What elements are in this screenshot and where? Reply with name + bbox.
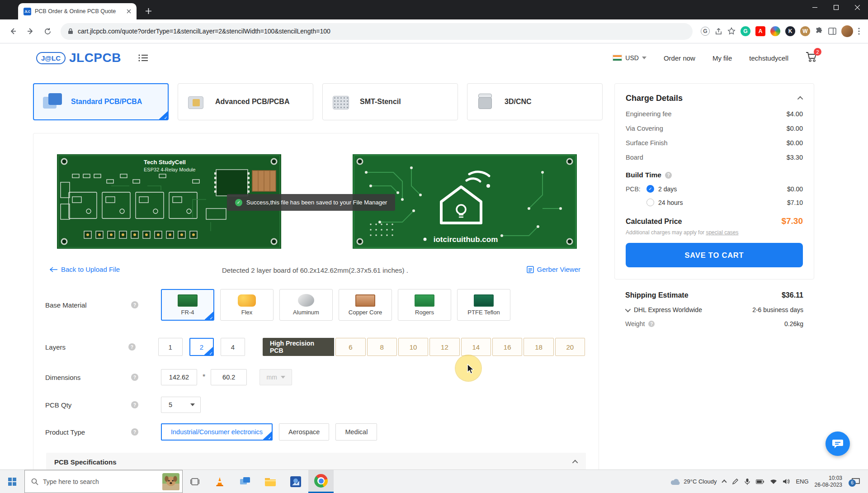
layers-option-4[interactable]: 4 — [221, 338, 245, 356]
task-view-button[interactable] — [183, 470, 207, 493]
layers-option-12[interactable]: 12 — [429, 338, 459, 356]
pcb-specifications-header[interactable]: PCB Specifications — [46, 453, 586, 469]
microphone-icon[interactable] — [745, 478, 750, 485]
tab-3d-cnc[interactable]: 3D/CNC — [467, 83, 603, 120]
search-highlight-dog-image[interactable] — [162, 473, 179, 490]
success-check-icon — [235, 199, 242, 206]
back-button[interactable] — [5, 24, 21, 39]
close-window-button[interactable] — [847, 0, 868, 15]
tab-standard-pcb[interactable]: Standard PCB/PCBA — [33, 83, 169, 120]
jlcpcb-logo[interactable]: J@LC JLCPCB — [36, 51, 121, 65]
layers-option-10[interactable]: 10 — [398, 338, 428, 356]
build-time-option-2days[interactable]: PCB: 2 days $0.00 — [626, 185, 803, 193]
maximize-button[interactable] — [826, 0, 847, 15]
pcb-qty-help-icon[interactable] — [131, 401, 138, 408]
taskbar-vlc[interactable] — [207, 470, 232, 493]
nav-order-now[interactable]: Order now — [664, 54, 695, 62]
share-icon[interactable] — [715, 28, 722, 35]
success-toast: Success,this file has been saved to your… — [227, 194, 395, 211]
back-to-upload-link[interactable]: Back to Upload File — [50, 265, 120, 273]
hidden-icons-chevron[interactable] — [722, 479, 727, 484]
build-time-option-24hours[interactable]: 24 hours $7.10 — [646, 199, 803, 206]
forward-button[interactable] — [23, 24, 38, 39]
dimension-width-input[interactable] — [161, 369, 197, 385]
dimension-unit-select[interactable]: mm — [259, 369, 292, 385]
layers-option-1[interactable]: 1 — [158, 338, 183, 356]
reload-button[interactable] — [40, 24, 55, 39]
material-rogers[interactable]: Rogers — [398, 289, 451, 321]
layers-option-8[interactable]: 8 — [367, 338, 397, 356]
weight-help-icon[interactable] — [648, 321, 655, 327]
side-panel-icon[interactable] — [828, 27, 836, 35]
browser-tab[interactable]: JLC PCB Order & Online PCB Quote — [18, 3, 137, 19]
product-type-medical[interactable]: Medical — [335, 423, 377, 441]
gerber-viewer-link[interactable]: Gerber Viewer — [527, 265, 580, 273]
layers-option-18[interactable]: 18 — [524, 338, 553, 356]
start-button[interactable] — [0, 470, 24, 493]
material-flex[interactable]: Flex — [220, 289, 274, 321]
gold-extension-icon[interactable]: W — [800, 26, 810, 36]
taskbar-app-windows[interactable] — [232, 470, 258, 493]
dimensions-help-icon[interactable] — [131, 374, 138, 381]
catalog-menu-icon[interactable] — [138, 54, 148, 62]
layers-help-icon[interactable] — [128, 343, 136, 351]
special-cases-link[interactable]: special cases — [706, 229, 738, 236]
action-center-button[interactable]: 6 — [848, 478, 863, 486]
pcb-qty-select[interactable]: 5 — [161, 397, 201, 413]
collapse-chevron-icon[interactable] — [797, 96, 803, 102]
radio-2days-selected[interactable] — [646, 185, 654, 193]
radio-24hours[interactable] — [646, 199, 654, 206]
selected-check-icon — [205, 311, 214, 320]
bookmark-star-icon[interactable] — [727, 27, 736, 35]
search-input[interactable] — [43, 478, 158, 485]
taskbar-app-blue-tile[interactable] — [283, 470, 308, 493]
volume-icon[interactable] — [783, 479, 790, 484]
taskbar-file-explorer[interactable] — [258, 470, 283, 493]
live-chat-button[interactable] — [826, 431, 850, 456]
build-time-help-icon[interactable] — [665, 172, 672, 179]
product-type-industrial[interactable]: Industrial/Consumer electronics — [161, 423, 273, 441]
colorful-extension-icon[interactable] — [770, 26, 780, 36]
taskbar-chrome-active[interactable] — [308, 470, 334, 493]
base-material-help-icon[interactable] — [131, 301, 138, 308]
google-lens-icon[interactable]: G — [701, 27, 710, 36]
nav-my-file[interactable]: My file — [712, 54, 732, 62]
language-indicator[interactable]: ENG — [796, 478, 808, 485]
layers-option-6[interactable]: 6 — [335, 338, 365, 356]
new-tab-button[interactable] — [142, 5, 155, 17]
save-to-cart-button[interactable]: SAVE TO CART — [626, 243, 803, 267]
material-ptfe-teflon[interactable]: PTFE Teflon — [457, 289, 510, 321]
nav-username[interactable]: techstudycell — [749, 54, 788, 62]
tab-close-icon[interactable] — [125, 7, 133, 15]
browser-menu-icon[interactable] — [858, 28, 860, 35]
extensions-puzzle-icon[interactable] — [815, 27, 823, 35]
material-aluminum[interactable]: Aluminum — [279, 289, 333, 321]
taskbar-clock[interactable]: 10:03 26-08-2023 — [815, 475, 842, 488]
product-type-aerospace[interactable]: Aerospace — [279, 423, 329, 441]
address-bar[interactable]: cart.jlcpcb.com/quote?orderType=1&stenci… — [61, 23, 693, 40]
layers-option-20[interactable]: 20 — [555, 338, 585, 356]
layers-option-16[interactable]: 16 — [492, 338, 522, 356]
adobe-icon[interactable]: A — [755, 26, 765, 36]
profile-avatar[interactable] — [841, 25, 853, 37]
layers-option-2[interactable]: 2 — [189, 338, 214, 356]
shipping-method-row[interactable]: DHL Express Worldwide 2-6 business days — [625, 306, 803, 313]
k-extension-icon[interactable]: K — [785, 26, 795, 36]
material-copper-core[interactable]: Copper Core — [339, 289, 392, 321]
tab-smt-stencil[interactable]: SMT-Stencil — [322, 83, 458, 120]
currency-selector[interactable]: USD — [613, 54, 646, 62]
tab-advanced-pcb[interactable]: Advanced PCB/PCBA — [178, 83, 313, 120]
battery-icon[interactable] — [756, 479, 764, 484]
product-type-help-icon[interactable] — [131, 428, 138, 436]
wifi-icon[interactable] — [770, 479, 777, 484]
cart-button[interactable]: 2 — [806, 52, 817, 64]
layers-option-14[interactable]: 14 — [461, 338, 491, 356]
minimize-button[interactable] — [804, 0, 826, 15]
grammarly-icon[interactable]: G — [741, 26, 750, 36]
charge-details-card: Charge Details Engineering fee$4.00 Via … — [614, 83, 814, 280]
dimension-height-input[interactable] — [211, 369, 247, 385]
taskbar-search-box[interactable] — [24, 470, 183, 493]
pen-icon[interactable] — [732, 478, 739, 485]
material-fr4[interactable]: FR-4 — [161, 289, 214, 321]
weather-widget[interactable]: 29°C Cloudy — [670, 478, 717, 485]
